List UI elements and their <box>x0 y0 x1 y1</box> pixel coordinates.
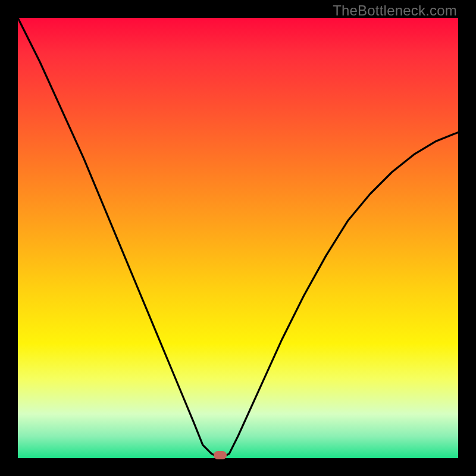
plot-area <box>18 18 458 458</box>
bottleneck-curve <box>18 18 458 458</box>
watermark-text: TheBottleneck.com <box>333 2 457 19</box>
curve-path <box>18 18 458 458</box>
optimum-marker <box>214 451 227 459</box>
chart-frame: TheBottleneck.com <box>0 0 476 476</box>
